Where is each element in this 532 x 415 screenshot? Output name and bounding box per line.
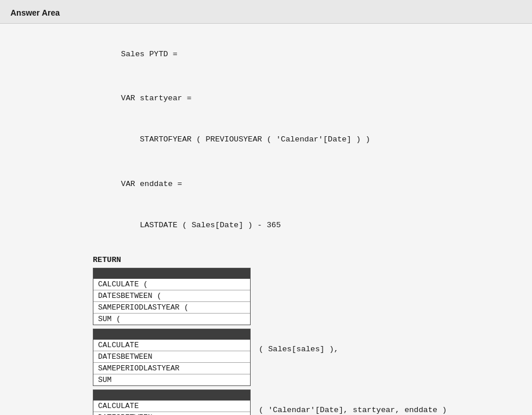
return-keyword: RETURN <box>93 256 515 264</box>
section-header: Answer Area <box>0 0 532 24</box>
drag-block-1-items: CALCULATE ( DATESBETWEEN ( SAMEPERIODLAS… <box>93 279 250 325</box>
code-line-2: VAR startyear = <box>93 80 515 118</box>
list-item[interactable]: CALCULATE <box>93 401 250 412</box>
list-item[interactable]: SUM <box>93 374 250 385</box>
answer-area-section: Answer Area Sales PYTD = VAR startyear =… <box>0 0 532 415</box>
drag-block-2-items: CALCULATE DATESBETWEEN SAMEPERIODLASTYEA… <box>93 340 250 385</box>
list-item[interactable]: CALCULATE <box>93 340 250 351</box>
list-item[interactable]: SUM ( <box>93 314 250 325</box>
list-item[interactable]: SAMEPERIODLASTYEAR <box>93 363 250 374</box>
drag-block-3-header <box>93 390 250 401</box>
list-item[interactable]: DATESBETWEEN <box>93 351 250 363</box>
header-title: Answer Area <box>10 8 60 17</box>
drag-block-3-items: CALCULATE DATESBETWEEN SAMEPERIODLASTYEA… <box>93 401 250 415</box>
drag-block-group-1: CALCULATE ( DATESBETWEEN ( SAMEPERIODLAS… <box>93 268 515 325</box>
content-area: Sales PYTD = VAR startyear = STARTOFYEAR… <box>0 24 532 415</box>
list-item[interactable]: CALCULATE ( <box>93 279 250 290</box>
list-item[interactable]: DATESBETWEEN ( <box>93 290 250 302</box>
code-line-5: LASTDATE ( Sales[Date] ) - 365 <box>93 206 515 244</box>
code-line-4: VAR enddate = <box>93 165 515 203</box>
drag-block-group-3: CALCULATE DATESBETWEEN SAMEPERIODLASTYEA… <box>93 389 515 415</box>
drag-block-2[interactable]: CALCULATE DATESBETWEEN SAMEPERIODLASTYEA… <box>93 329 251 386</box>
inline-text-2: ( Sales[sales] ), <box>251 329 339 354</box>
list-item[interactable]: DATESBETWEEN <box>93 412 250 415</box>
code-line-3: STARTOFYEAR ( PREVIOUSYEAR ( 'Calendar'[… <box>93 121 515 159</box>
list-item[interactable]: SAMEPERIODLASTYEAR ( <box>93 302 250 314</box>
drag-block-group-2: CALCULATE DATESBETWEEN SAMEPERIODLASTYEA… <box>93 329 515 386</box>
drag-block-2-header <box>93 329 250 340</box>
inline-text-3: ( 'Calendar'[Date], startyear, enddate ) <box>251 389 447 414</box>
drag-block-1[interactable]: CALCULATE ( DATESBETWEEN ( SAMEPERIODLAS… <box>93 268 251 325</box>
code-line-1: Sales PYTD = <box>93 35 515 73</box>
drag-block-1-header <box>93 268 250 279</box>
drag-blocks-area: CALCULATE ( DATESBETWEEN ( SAMEPERIODLAS… <box>93 268 515 415</box>
drag-block-3[interactable]: CALCULATE DATESBETWEEN SAMEPERIODLASTYEA… <box>93 389 251 415</box>
